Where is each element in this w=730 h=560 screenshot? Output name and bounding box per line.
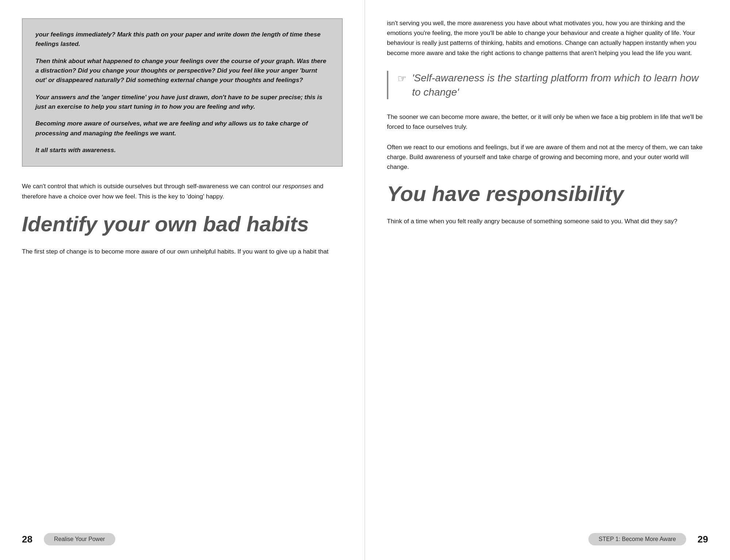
after-quote-1: The sooner we can become more aware, the… — [387, 112, 708, 132]
responsibility-body: Think of a time when you felt really ang… — [387, 216, 708, 226]
gray-box: your feelings immediately? Mark this pat… — [22, 18, 343, 167]
responsibility-heading: You have responsibility — [387, 182, 708, 205]
right-page-number: 29 — [694, 534, 708, 545]
left-body-text: We can't control that which is outside o… — [22, 181, 343, 201]
pull-quote-block: ☞ 'Self-awareness is the starting platfo… — [387, 71, 708, 99]
after-quote-2: Often we react to our emotions and feeli… — [387, 142, 708, 172]
left-page-number: 28 — [22, 534, 36, 545]
gray-box-para-2: Then think about what happened to change… — [35, 57, 329, 85]
left-footer: 28 Realise Your Power — [22, 533, 343, 545]
gray-box-para-4: Becoming more aware of ourselves, what w… — [35, 119, 329, 138]
left-footer-label: Realise Your Power — [44, 533, 115, 545]
gray-box-para-3: Your answers and the 'anger timeline' yo… — [35, 93, 329, 112]
gray-box-para-5: It all starts with awareness. — [35, 146, 329, 155]
identify-habits-heading: Identify your own bad habits — [22, 212, 343, 236]
left-page: your feelings immediately? Mark this pat… — [0, 0, 365, 560]
right-footer-label: STEP 1: Become More Aware — [588, 533, 686, 545]
pull-quote-icon: ☞ — [397, 73, 407, 99]
identify-habits-body: The first step of change is to become mo… — [22, 247, 343, 256]
right-intro-text: isn't serving you well, the more awarene… — [387, 18, 708, 58]
gray-box-para-1: your feelings immediately? Mark this pat… — [35, 30, 329, 49]
pull-quote-text: 'Self-awareness is the starting platform… — [412, 71, 708, 99]
page-spread: your feelings immediately? Mark this pat… — [0, 0, 730, 560]
right-footer: STEP 1: Become More Aware 29 — [387, 533, 708, 545]
right-page: isn't serving you well, the more awarene… — [365, 0, 730, 560]
